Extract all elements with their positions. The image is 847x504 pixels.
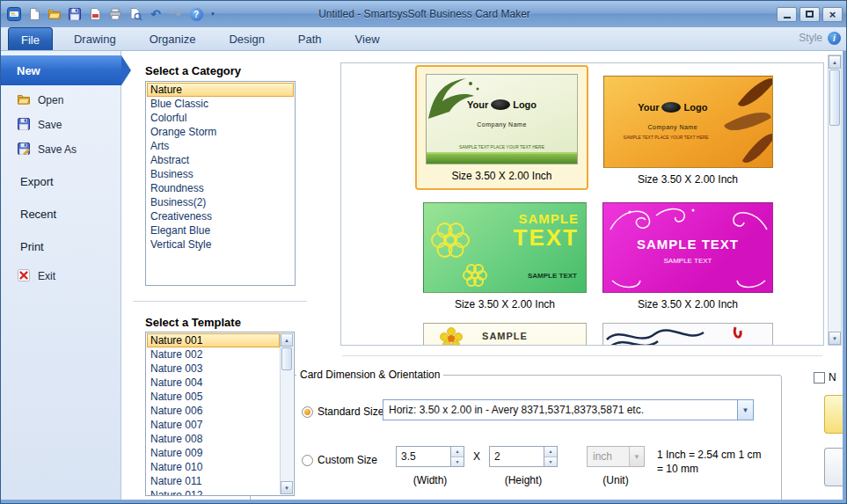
sidebar-item-save-as[interactable]: Save As bbox=[1, 138, 121, 161]
card-preview-white-swirl[interactable] bbox=[602, 323, 773, 346]
category-item[interactable]: Colorful bbox=[147, 111, 294, 125]
template-item[interactable]: Nature 009 bbox=[147, 446, 280, 460]
template-preview-partial[interactable]: SAMPLE bbox=[422, 323, 588, 346]
template-item[interactable]: Nature 006 bbox=[147, 404, 280, 418]
spin-up-icon[interactable]: ▲ bbox=[544, 447, 557, 457]
category-item[interactable]: Arts bbox=[147, 139, 294, 153]
template-preview[interactable]: SAMPLE TEXT SAMPLE TEXT Size 3.50 X 2.00… bbox=[422, 202, 588, 310]
unit-caption: (Unit) bbox=[587, 474, 645, 486]
card-sample-text-big: SAMPLE TEXT bbox=[514, 212, 579, 250]
close-button[interactable]: × bbox=[822, 7, 843, 22]
card-preview-autumn-orange[interactable]: Your Logo Company Name SAMPLE TEXT PLACE… bbox=[603, 76, 773, 168]
title-bar[interactable]: ↶ ↷ ? ▼ Untitled - SmartsysSoft Business… bbox=[1, 1, 847, 27]
template-item[interactable]: Nature 008 bbox=[147, 432, 280, 446]
print-preview-icon[interactable] bbox=[128, 6, 143, 22]
scrollbar-thumb[interactable] bbox=[281, 347, 292, 370]
width-input[interactable] bbox=[397, 447, 450, 466]
template-item[interactable]: Nature 012 bbox=[147, 488, 280, 496]
category-listbox: Nature Blue Classic Colorful Orange Stor… bbox=[145, 81, 296, 286]
spin-down-icon[interactable]: ▼ bbox=[451, 457, 464, 467]
card-preview-yellow-flower[interactable]: SAMPLE bbox=[423, 323, 587, 346]
style-menu[interactable]: Style bbox=[799, 32, 822, 44]
card-brand-text: Your Logo bbox=[427, 99, 577, 110]
conversion-note: 1 Inch = 2.54 cm 1 cm = 10 mm bbox=[657, 448, 766, 476]
tab-drawing[interactable]: Drawing bbox=[62, 27, 128, 50]
category-item[interactable]: Blue Classic bbox=[147, 97, 294, 111]
template-item[interactable]: Nature 011 bbox=[147, 474, 280, 488]
height-input[interactable] bbox=[490, 447, 544, 466]
card-fine-print: SAMPLE TEXT PLACE YOUR TEXT HERE bbox=[427, 144, 577, 150]
chevron-down-icon[interactable]: ▼ bbox=[737, 400, 753, 420]
preview-scrollbar[interactable]: ▲ ▼ bbox=[828, 55, 842, 346]
undo-icon[interactable]: ↶ bbox=[148, 6, 164, 22]
category-item[interactable]: Creativeness bbox=[147, 209, 294, 223]
logo-placeholder-icon bbox=[491, 99, 510, 110]
new-document-icon[interactable] bbox=[26, 6, 42, 22]
category-item[interactable]: Elegant Blue bbox=[147, 223, 294, 237]
card-preview-nature-green[interactable]: Your Logo Company Name SAMPLE TEXT PLACE… bbox=[426, 74, 578, 164]
toolbar-dropdown-arrow-icon[interactable]: ▼ bbox=[210, 11, 215, 17]
tab-view[interactable]: View bbox=[343, 27, 392, 50]
sidebar-item-export[interactable]: Export bbox=[1, 170, 121, 193]
scroll-up-icon[interactable]: ▲ bbox=[281, 333, 293, 347]
app-window: ↶ ↷ ? ▼ Untitled - SmartsysSoft Business… bbox=[0, 0, 847, 504]
category-item[interactable]: Orange Storm bbox=[147, 125, 294, 139]
print-icon[interactable] bbox=[107, 6, 123, 22]
template-item[interactable]: Nature 010 bbox=[147, 460, 280, 474]
category-item[interactable]: Business(2) bbox=[147, 195, 294, 209]
template-preview[interactable]: Your Logo Company Name SAMPLE TEXT PLACE… bbox=[600, 76, 776, 186]
category-item-nature[interactable]: Nature bbox=[147, 83, 294, 97]
info-icon[interactable]: i bbox=[828, 32, 841, 45]
card-size-label: Size 3.50 X 2.00 Inch bbox=[638, 298, 738, 310]
custom-size-radio[interactable] bbox=[302, 455, 313, 466]
category-item[interactable]: Business bbox=[147, 167, 294, 181]
tab-path[interactable]: Path bbox=[286, 27, 334, 50]
category-item[interactable]: Vertical Style bbox=[147, 237, 294, 252]
window-frame-bottom bbox=[1, 500, 847, 503]
tab-organize[interactable]: Organize bbox=[137, 27, 208, 50]
template-preview-selected[interactable]: Your Logo Company Name SAMPLE TEXT PLACE… bbox=[415, 65, 588, 190]
maximize-button[interactable] bbox=[800, 7, 820, 22]
clipped-checkbox[interactable] bbox=[814, 372, 825, 383]
scroll-down-icon[interactable]: ▼ bbox=[281, 481, 293, 494]
sidebar-item-new[interactable]: New bbox=[1, 55, 121, 85]
tab-design[interactable]: Design bbox=[216, 27, 276, 50]
sidebar-item-print[interactable]: Print bbox=[1, 235, 121, 258]
tab-file[interactable]: File bbox=[8, 27, 53, 50]
minimize-button[interactable] bbox=[777, 7, 797, 22]
spin-up-icon[interactable]: ▲ bbox=[451, 447, 464, 457]
card-preview-green-sample[interactable]: SAMPLE TEXT SAMPLE TEXT bbox=[423, 202, 587, 293]
sidebar-item-recent[interactable]: Recent bbox=[1, 202, 121, 225]
category-item[interactable]: Abstract bbox=[147, 153, 294, 167]
template-item[interactable]: Nature 007 bbox=[147, 418, 280, 432]
open-folder-icon[interactable] bbox=[47, 6, 62, 22]
template-list-scrollbar[interactable]: ▲ ▼ bbox=[280, 333, 293, 494]
save-icon[interactable] bbox=[67, 6, 83, 22]
standard-size-dropdown[interactable]: Horiz: 3.50 x 2.00 in - Avery 8371,5371,… bbox=[383, 399, 754, 420]
spin-down-icon[interactable]: ▼ bbox=[544, 457, 557, 467]
template-item[interactable]: Nature 004 bbox=[147, 376, 280, 390]
template-preview-partial[interactable] bbox=[600, 323, 776, 346]
sidebar-item-exit[interactable]: Exit bbox=[1, 265, 121, 288]
menubar-right-group: Style i bbox=[799, 27, 841, 50]
scrollbar-thumb[interactable] bbox=[829, 69, 840, 126]
template-item[interactable]: Nature 005 bbox=[147, 390, 280, 404]
scroll-down-icon[interactable]: ▼ bbox=[829, 332, 841, 345]
sidebar-item-open[interactable]: Open bbox=[1, 89, 121, 112]
export-icon[interactable] bbox=[87, 6, 103, 22]
sidebar-item-save[interactable]: Save bbox=[1, 113, 121, 136]
card-preview-magenta-swirl[interactable]: SAMPLE TEXT SAMPLE TEXT bbox=[602, 202, 773, 293]
redo-icon[interactable]: ↷ bbox=[168, 6, 184, 22]
help-icon[interactable]: ? bbox=[188, 6, 204, 22]
scroll-up-icon[interactable]: ▲ bbox=[829, 55, 841, 69]
template-item[interactable]: Nature 002 bbox=[147, 347, 280, 362]
window-frame-right bbox=[843, 51, 847, 503]
standard-sizes-radio[interactable] bbox=[302, 406, 313, 418]
card-dimension-legend: Card Dimension & Orientation bbox=[296, 369, 443, 381]
template-item[interactable]: Nature 003 bbox=[147, 362, 280, 376]
flower-outline-icon bbox=[424, 203, 494, 293]
exit-icon bbox=[17, 268, 31, 285]
template-preview[interactable]: SAMPLE TEXT SAMPLE TEXT Size 3.50 X 2.00… bbox=[600, 202, 776, 310]
category-item[interactable]: Roundness bbox=[147, 181, 294, 195]
template-item-nature-001[interactable]: Nature 001 bbox=[147, 333, 280, 347]
